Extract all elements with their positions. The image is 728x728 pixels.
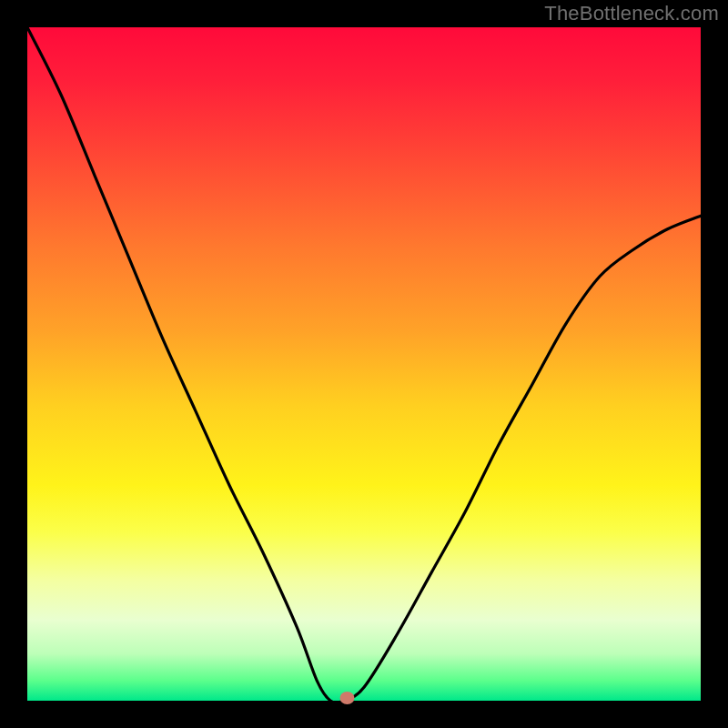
bottleneck-curve <box>27 27 701 703</box>
chart-container: TheBottleneck.com <box>0 0 728 728</box>
watermark-text: TheBottleneck.com <box>544 2 719 25</box>
plot-area <box>27 27 701 701</box>
optimal-point-marker <box>340 692 355 704</box>
curve-svg <box>27 27 701 701</box>
